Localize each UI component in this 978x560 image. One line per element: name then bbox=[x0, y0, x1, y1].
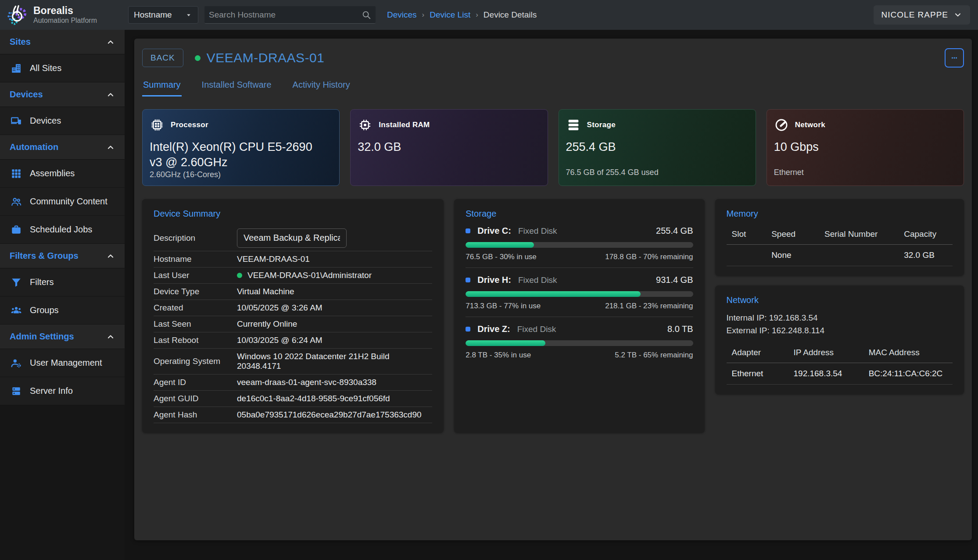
network-col-adapter: Adapter bbox=[732, 348, 794, 357]
row-value: 10/03/2025 @ 6:24 AM bbox=[237, 335, 322, 345]
briefcase-icon bbox=[11, 224, 22, 235]
network-table-header: Adapter IP Address MAC Address bbox=[727, 344, 953, 363]
tab-installed-software[interactable]: Installed Software bbox=[201, 77, 272, 96]
drive-row-c: Drive C: Fixed Disk 255.4 GB 76.5 GB - 3… bbox=[466, 219, 693, 268]
brand-logo-area[interactable]: Borealis Automation Platform bbox=[0, 0, 125, 30]
drive-remaining-text: 218.1 GB - 23% remaining bbox=[605, 302, 693, 310]
memory-col-speed: Speed bbox=[771, 229, 824, 239]
installed-ram-card: Installed RAM 32.0 GB bbox=[350, 109, 548, 186]
network-table-row: Ethernet 192.168.3.54 BC:24:11:CA:C6:2C bbox=[727, 363, 953, 385]
memory-table-header: Slot Speed Serial Number Capacity bbox=[727, 226, 953, 245]
server-icon bbox=[11, 385, 22, 397]
sidebar-item-scheduled-jobs[interactable]: Scheduled Jobs bbox=[0, 216, 125, 244]
drive-type: Fixed Disk bbox=[518, 226, 557, 236]
sidebar-item-label: Scheduled Jobs bbox=[30, 225, 92, 235]
drive-used-text: 76.5 GB - 30% in use bbox=[466, 253, 537, 261]
drive-usage-bar bbox=[466, 291, 693, 297]
brand-name: Borealis bbox=[33, 5, 97, 16]
memory-table-row: None 32.0 GB bbox=[727, 245, 953, 266]
drive-remaining-text: 178.8 GB - 70% remaining bbox=[605, 253, 693, 261]
memory-panel: Memory Slot Speed Serial Number Capacity… bbox=[715, 199, 964, 276]
sidebar-section-automation[interactable]: Automation bbox=[0, 135, 125, 160]
memory-speed-value: None bbox=[771, 250, 824, 260]
sidebar-item-all-sites[interactable]: All Sites bbox=[0, 54, 125, 82]
sidebar-item-devices[interactable]: Devices bbox=[0, 107, 125, 135]
back-button[interactable]: BACK bbox=[142, 49, 183, 67]
device-online-status-dot bbox=[195, 55, 201, 61]
sidebar-item-server-info[interactable]: Server Info bbox=[0, 377, 125, 405]
row-value: Windows 10 2022 Datacenter 21H2 Build 20… bbox=[237, 352, 432, 371]
row-value: VEEAM-DRAAS-01 bbox=[237, 254, 310, 264]
sidebar-item-label: Server Info bbox=[30, 386, 73, 396]
drive-usage-fill bbox=[466, 340, 545, 346]
memory-serial-value bbox=[824, 250, 904, 260]
drive-size: 8.0 TB bbox=[667, 324, 693, 334]
row-label: Created bbox=[154, 303, 237, 313]
sidebar-item-community-content[interactable]: Community Content bbox=[0, 188, 125, 216]
breadcrumb-device-list[interactable]: Device List bbox=[430, 10, 470, 20]
summary-row-last-user: Last User VEEAM-DRAAS-01\Administrator bbox=[154, 268, 432, 284]
stat-cards: Processor Intel(R) Xeon(R) CPU E5-2690 v… bbox=[142, 109, 964, 186]
memory-col-capacity: Capacity bbox=[904, 229, 953, 239]
summary-row-created: Created 10/05/2025 @ 3:26 AM bbox=[154, 300, 432, 316]
chevron-up-icon bbox=[106, 252, 115, 260]
sidebar-item-label: Groups bbox=[30, 305, 59, 315]
device-tabs: Summary Installed Software Activity Hist… bbox=[142, 77, 964, 97]
breadcrumb-devices[interactable]: Devices bbox=[387, 10, 417, 20]
summary-row-agent-guid: Agent GUID de16c0c1-8aa2-4d18-9585-9ce91… bbox=[154, 391, 432, 407]
sidebar-item-assemblies[interactable]: Assemblies bbox=[0, 160, 125, 188]
sidebar-section-sites[interactable]: Sites bbox=[0, 30, 125, 54]
more-options-button[interactable] bbox=[945, 48, 964, 68]
section-label-devices: Devices bbox=[10, 89, 43, 100]
device-title: VEEAM-DRAAS-01 bbox=[207, 50, 325, 65]
installed-ram-footer bbox=[358, 168, 540, 178]
sidebar-section-filters-groups[interactable]: Filters & Groups bbox=[0, 244, 125, 268]
search-field-dropdown[interactable]: Hostname bbox=[128, 6, 198, 24]
drive-bullet-icon bbox=[466, 228, 470, 233]
sidebar-item-groups[interactable]: Groups bbox=[0, 296, 125, 325]
external-ip: External IP: 162.248.8.114 bbox=[727, 324, 953, 337]
ram-icon bbox=[358, 118, 373, 132]
ellipsis-icon bbox=[949, 53, 959, 63]
sidebar-section-devices[interactable]: Devices bbox=[0, 82, 125, 107]
section-label-automation: Automation bbox=[10, 142, 58, 152]
network-panel: Network Internal IP: 192.168.3.54 Extern… bbox=[715, 285, 964, 394]
breadcrumb-device-details: Device Details bbox=[484, 10, 537, 20]
network-value: 10 Gbps bbox=[774, 139, 941, 155]
tab-activity-history[interactable]: Activity History bbox=[292, 77, 351, 96]
row-label: Last User bbox=[154, 271, 237, 280]
summary-row-last-reboot: Last Reboot 10/03/2025 @ 6:24 AM bbox=[154, 332, 432, 349]
processor-card: Processor Intel(R) Xeon(R) CPU E5-2690 v… bbox=[142, 109, 340, 186]
memory-col-serial: Serial Number bbox=[824, 229, 904, 239]
filter-icon bbox=[11, 277, 22, 288]
network-ip-value: 192.168.3.54 bbox=[794, 369, 869, 378]
sidebar-item-label: All Sites bbox=[30, 63, 61, 73]
memory-capacity-value: 32.0 GB bbox=[904, 250, 953, 260]
breadcrumb-separator: › bbox=[422, 11, 425, 19]
building-icon bbox=[11, 63, 22, 74]
drive-bullet-icon bbox=[466, 278, 470, 282]
memory-slot-value bbox=[732, 250, 772, 260]
row-label: Hostname bbox=[154, 254, 237, 264]
search-icon[interactable] bbox=[362, 10, 371, 20]
section-label-filters-groups: Filters & Groups bbox=[10, 251, 79, 261]
tab-summary[interactable]: Summary bbox=[142, 77, 182, 96]
drive-size: 931.4 GB bbox=[656, 275, 693, 285]
sidebar-item-label: Community Content bbox=[30, 196, 107, 207]
drive-usage-bar bbox=[466, 340, 693, 346]
row-value: Currently Online bbox=[237, 319, 297, 329]
sidebar-item-label: Assemblies bbox=[30, 168, 75, 178]
user-name: NICOLE RAPPE bbox=[881, 10, 948, 20]
sidebar-item-filters[interactable]: Filters bbox=[0, 268, 125, 296]
search-box[interactable] bbox=[204, 6, 376, 24]
stat-card-label: Installed RAM bbox=[379, 121, 430, 129]
description-input[interactable] bbox=[237, 228, 347, 248]
search-input[interactable] bbox=[209, 10, 362, 20]
breadcrumb-separator: › bbox=[476, 11, 478, 19]
user-menu-button[interactable]: NICOLE RAPPE bbox=[874, 5, 970, 25]
summary-row-operating-system: Operating System Windows 10 2022 Datacen… bbox=[154, 349, 432, 375]
storage-card: Storage 255.4 GB 76.5 GB of 255.4 GB use… bbox=[559, 109, 756, 186]
sidebar-section-admin-settings[interactable]: Admin Settings bbox=[0, 325, 125, 349]
network-panel-title: Network bbox=[727, 295, 953, 305]
sidebar-item-user-management[interactable]: User Management bbox=[0, 349, 125, 377]
